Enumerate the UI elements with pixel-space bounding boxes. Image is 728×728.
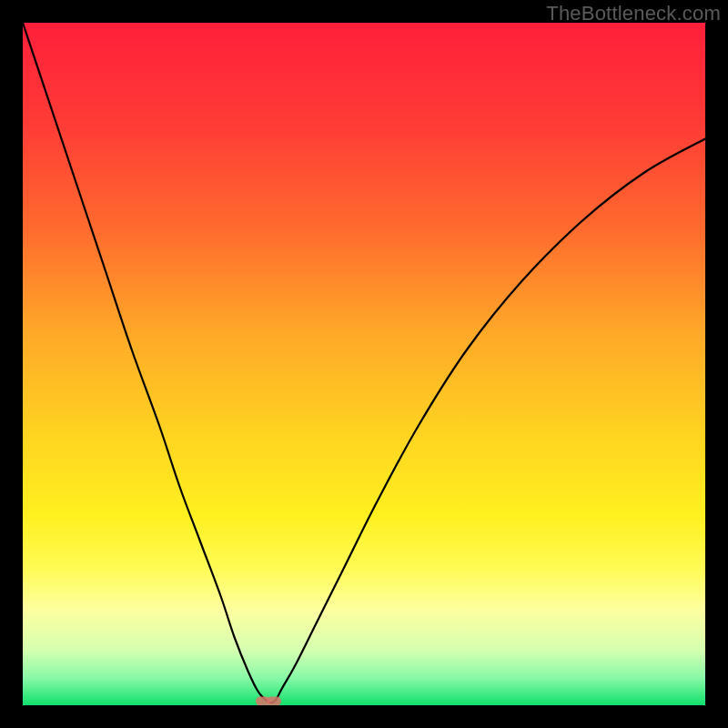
- min-markers-group: [256, 697, 281, 706]
- gradient-background: [23, 23, 705, 705]
- bottleneck-chart-svg: [23, 23, 705, 705]
- watermark-text: TheBottleneck.com: [546, 2, 721, 25]
- plot-area: [23, 23, 705, 705]
- chart-frame: TheBottleneck.com: [0, 0, 728, 728]
- min-marker-2: [267, 697, 281, 706]
